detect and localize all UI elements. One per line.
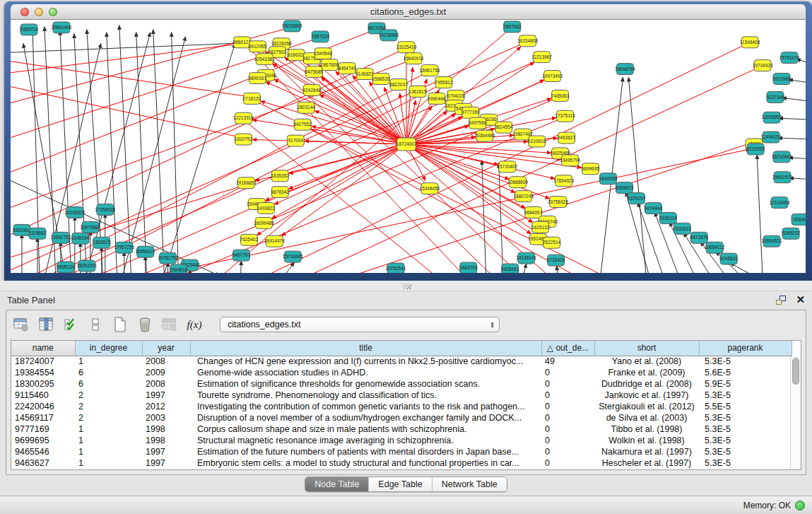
- graph-node[interactable]: 18807249: [513, 191, 534, 202]
- table-cell[interactable]: 2: [75, 390, 142, 401]
- graph-edge[interactable]: [274, 79, 406, 144]
- table-row[interactable]: 1456911722003Disruption of a novel membe…: [11, 412, 792, 424]
- graph-node[interactable]: 1350515: [93, 237, 111, 248]
- table-cell[interactable]: 2009: [142, 367, 190, 378]
- graph-edge[interactable]: [240, 261, 241, 273]
- table-row[interactable]: 911546021997Tourette syndrome. Phenomeno…: [11, 390, 792, 401]
- graph-edge[interactable]: [282, 144, 406, 236]
- graph-edge[interactable]: [779, 118, 806, 119]
- table-cell[interactable]: 0: [541, 367, 594, 378]
- row-selection-icon[interactable]: [61, 315, 80, 334]
- table-cell[interactable]: Jankovic et al. (1997): [594, 390, 699, 401]
- float-panel-icon[interactable]: [776, 296, 786, 305]
- graph-node[interactable]: 5905134: [57, 262, 75, 273]
- graph-node[interactable]: 2803144: [298, 102, 316, 113]
- column-header-name[interactable]: name: [11, 341, 75, 356]
- table-scrollbar-thumb[interactable]: [792, 358, 799, 385]
- graph-node[interactable]: 19166857: [236, 177, 257, 189]
- import-table-disabled-icon[interactable]: [160, 315, 179, 334]
- graph-node[interactable]: 2522514: [543, 237, 561, 248]
- graph-node[interactable]: 17957255: [114, 242, 134, 253]
- graph-node[interactable]: 7632621: [673, 223, 692, 234]
- tab-network-table[interactable]: Network Table: [432, 477, 507, 491]
- table-cell[interactable]: Genome-wide association studies in ADHD.: [190, 367, 541, 378]
- graph-edge[interactable]: [119, 25, 131, 273]
- table-cell[interactable]: 49: [541, 356, 594, 367]
- graph-node[interactable]: 15348455: [420, 183, 440, 194]
- column-header-pagerank[interactable]: pagerank: [699, 341, 792, 356]
- graph-node[interactable]: 8215955: [747, 144, 765, 155]
- panel-splitter[interactable]: [0, 281, 812, 291]
- graph-node[interactable]: 2718120: [243, 93, 261, 104]
- graph-node[interactable]: 2935114: [659, 212, 677, 223]
- graph-node[interactable]: 9699695: [582, 163, 600, 175]
- graph-node[interactable]: 19734933: [753, 60, 773, 71]
- column-header-in_degree[interactable]: in_degree: [75, 341, 142, 356]
- graph-node[interactable]: 153096: [792, 214, 806, 225]
- graph-node[interactable]: 16914479: [264, 235, 285, 247]
- table-cell[interactable]: 0: [541, 424, 594, 435]
- graph-edge[interactable]: [272, 144, 406, 218]
- graph-node[interactable]: 9928451: [501, 264, 519, 273]
- table-cell[interactable]: 18300295: [11, 378, 75, 390]
- graph-node[interactable]: 1615132: [531, 221, 550, 233]
- table-cell[interactable]: 5.9E-5: [699, 378, 792, 390]
- table-cell[interactable]: 0: [541, 390, 594, 401]
- tab-node-table[interactable]: Node Table: [305, 477, 368, 491]
- graph-node[interactable]: 7955812: [435, 77, 453, 88]
- table-cell[interactable]: 1: [75, 457, 142, 469]
- graph-edge[interactable]: [789, 80, 806, 83]
- graph-node[interactable]: 2657682: [503, 21, 522, 33]
- table-cell[interactable]: 9115460: [11, 390, 75, 401]
- table-cell[interactable]: 1997: [142, 457, 190, 469]
- graph-edge[interactable]: [11, 84, 243, 138]
- merge-rows-icon[interactable]: [86, 315, 105, 334]
- graph-node[interactable]: 29756928: [548, 197, 568, 208]
- table-cell[interactable]: 1: [75, 356, 142, 367]
- graph-edge[interactable]: [283, 262, 294, 273]
- graph-node[interactable]: 17654923: [553, 175, 574, 187]
- table-cell[interactable]: Embryonic stem cells: a model to study s…: [190, 457, 541, 469]
- column-header-year[interactable]: year: [142, 341, 190, 356]
- graph-node[interactable]: 9329966: [772, 74, 791, 85]
- column-header-title[interactable]: title: [190, 341, 541, 356]
- graph-node[interactable]: 10954521: [762, 235, 782, 247]
- table-cell[interactable]: Hescheler et al. (1997): [594, 457, 699, 469]
- graph-node[interactable]: 1733426: [547, 255, 565, 266]
- graph-node[interactable]: 8471876: [690, 232, 709, 243]
- table-cell[interactable]: Franke et al. (2009): [594, 367, 699, 378]
- graph-node[interactable]: 16154808: [517, 35, 538, 47]
- table-cell[interactable]: Structural magnetic resonance image aver…: [190, 435, 541, 446]
- table-cell[interactable]: Stergiakouli et al. (2012): [594, 401, 699, 412]
- graph-edge[interactable]: [557, 266, 558, 273]
- splitter-grip-icon[interactable]: [403, 284, 411, 289]
- graph-node[interactable]: 1362815: [408, 86, 427, 97]
- graph-node[interactable]: 12103454: [770, 197, 790, 209]
- table-row[interactable]: 977716911998Corpus callosum shape and si…: [11, 424, 792, 435]
- table-cell[interactable]: Estimation of the future numbers of pati…: [190, 446, 541, 457]
- delete-table-icon[interactable]: [136, 315, 154, 334]
- graph-node[interactable]: 16640910: [404, 53, 424, 64]
- graph-node[interactable]: 12093852: [762, 112, 782, 123]
- graph-node[interactable]: 1493822: [257, 203, 276, 214]
- graph-node[interactable]: 8958923: [616, 182, 634, 194]
- graph-edge[interactable]: [628, 78, 646, 273]
- table-cell[interactable]: 1: [75, 446, 142, 457]
- graph-node[interactable]: 10752541: [386, 263, 406, 273]
- table-scrollbar[interactable]: [790, 356, 801, 469]
- tab-edge-table[interactable]: Edge Table: [368, 477, 431, 491]
- graph-node[interactable]: 8822037: [389, 79, 408, 90]
- table-cell[interactable]: 19384554: [11, 367, 75, 378]
- graph-node[interactable]: 2867608: [321, 59, 339, 71]
- graph-node[interactable]: 20206526: [64, 207, 85, 218]
- table-cell[interactable]: 1998: [142, 435, 190, 446]
- table-row[interactable]: 1830029562008Estimation of significance …: [11, 378, 792, 390]
- table-cell[interactable]: 5.5E-5: [699, 401, 792, 412]
- graph-node[interactable]: 9245022: [782, 228, 800, 239]
- graph-node[interactable]: 7857224: [312, 31, 330, 42]
- graph-node[interactable]: 18724007: [396, 138, 417, 151]
- graph-node[interactable]: 9474444: [645, 203, 663, 214]
- graph-node[interactable]: 19495794: [560, 155, 580, 166]
- graph-node[interactable]: 1640955: [599, 173, 618, 185]
- table-cell[interactable]: 0: [541, 401, 594, 412]
